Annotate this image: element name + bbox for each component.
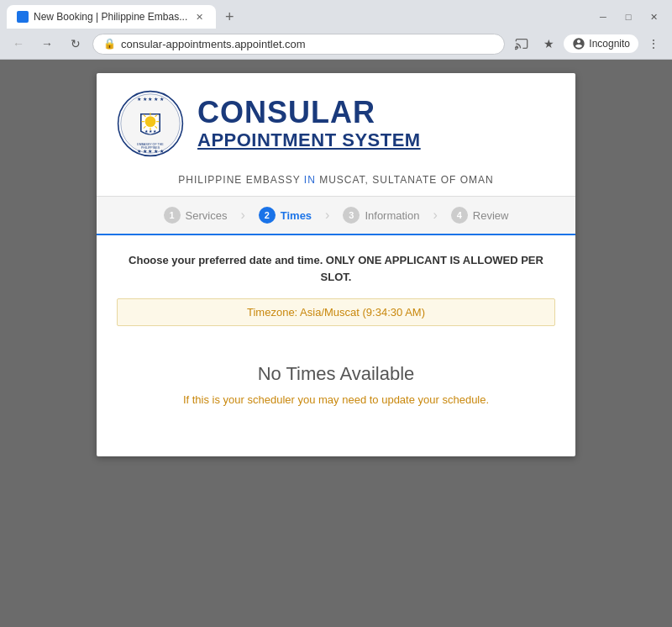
nav-icons: ★ Incognito ⋮ [510, 32, 665, 55]
new-tab-button[interactable]: + [219, 7, 239, 27]
main-content: Choose your preferred date and time. ONL… [97, 235, 575, 456]
refresh-button[interactable]: ↻ [64, 32, 87, 55]
address-bar[interactable]: 🔒 consular-appointments.appointlet.com [92, 34, 505, 55]
lock-icon: 🔒 [103, 38, 116, 50]
steps-nav: 1 Services › 2 Times › 3 Information › 4… [97, 197, 575, 235]
embassy-name-plain: PHILIPPINE EMBASSY [178, 174, 304, 186]
step-information[interactable]: 3 Information [329, 207, 433, 224]
step-information-circle: 3 [343, 207, 360, 224]
bookmark-icon[interactable]: ★ [537, 32, 560, 55]
svg-text:EMBASSY OF THE: EMBASSY OF THE [137, 143, 164, 146]
appointment-subtitle: APPOINTMENT SYSTEM [197, 129, 555, 151]
step-services-circle: 1 [164, 207, 181, 224]
header-text: CONSULAR APPOINTMENT SYSTEM [197, 96, 555, 151]
svg-text:★ ★ ★: ★ ★ ★ [144, 129, 158, 134]
embassy-seal: ★ ★ ★ ★ ★ ★ ★ ★ ★ ★ ★ ★ ★ EMBASSY OF THE… [117, 90, 184, 157]
no-times-subtitle: If this is your scheduler you may need t… [117, 393, 555, 406]
embassy-name-rest: MUSCAT, SULTANATE OF OMAN [316, 174, 494, 186]
page-wrapper: ★ ★ ★ ★ ★ ★ ★ ★ ★ ★ ★ ★ ★ EMBASSY OF THE… [0, 60, 672, 470]
svg-point-5 [145, 116, 156, 127]
content-card: ★ ★ ★ ★ ★ ★ ★ ★ ★ ★ ★ ★ ★ EMBASSY OF THE… [97, 73, 575, 456]
no-times-section: No Times Available If this is your sched… [117, 346, 555, 440]
minimize-button[interactable]: ─ [591, 7, 615, 27]
window-controls: ─ □ ✕ [591, 7, 665, 27]
header-section: ★ ★ ★ ★ ★ ★ ★ ★ ★ ★ ★ ★ ★ EMBASSY OF THE… [97, 73, 575, 171]
embassy-name: PHILIPPINE EMBASSY IN MUSCAT, SULTANATE … [97, 171, 575, 197]
incognito-label: Incognito [589, 38, 630, 50]
tab-title: New Booking | Philippine Embas... [34, 11, 187, 23]
url-text: consular-appointments.appointlet.com [121, 38, 494, 50]
step-information-label: Information [365, 209, 419, 222]
maximize-button[interactable]: □ [617, 7, 640, 27]
step-times-circle: 2 [259, 207, 276, 224]
consular-title: CONSULAR [197, 96, 555, 129]
step-review[interactable]: 4 Review [438, 207, 522, 224]
active-tab[interactable]: New Booking | Philippine Embas... ✕ [7, 5, 216, 29]
tab-favicon [17, 11, 29, 23]
back-button[interactable]: ← [7, 32, 30, 55]
step-services-label: Services [186, 209, 228, 222]
step-review-circle: 4 [451, 207, 468, 224]
svg-text:★ ★ ★ ★ ★: ★ ★ ★ ★ ★ [137, 97, 163, 102]
forward-button[interactable]: → [35, 32, 59, 55]
svg-point-0 [515, 47, 517, 50]
incognito-button[interactable]: Incognito [564, 34, 638, 53]
timezone-bar: Timezone: Asia/Muscat (9:34:30 AM) [117, 298, 555, 326]
tab-close-button[interactable]: ✕ [192, 10, 206, 24]
no-times-title: No Times Available [117, 363, 555, 385]
close-window-button[interactable]: ✕ [642, 7, 665, 27]
cast-icon[interactable] [510, 32, 533, 55]
step-services[interactable]: 1 Services [150, 207, 241, 224]
menu-button[interactable]: ⋮ [642, 32, 665, 55]
embassy-name-highlight: IN [304, 174, 316, 186]
step-times[interactable]: 2 Times [245, 207, 325, 224]
instruction-text: Choose your preferred date and time. ONL… [117, 252, 555, 285]
step-times-label: Times [281, 209, 312, 222]
svg-text:PHILIPPINES: PHILIPPINES [141, 146, 160, 150]
navigation-bar: ← → ↻ 🔒 consular-appointments.appointlet… [0, 29, 672, 60]
step-review-label: Review [473, 209, 509, 222]
